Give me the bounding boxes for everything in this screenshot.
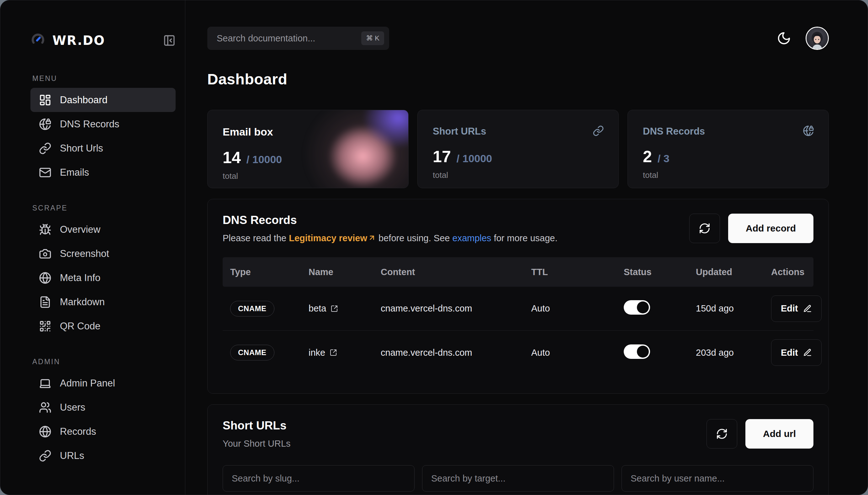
dns-table-body: CNAMEbetacname.vercel-dns.comAuto150d ag…: [223, 287, 813, 375]
sidebar-item-screenshot[interactable]: Screenshot: [31, 241, 176, 266]
record-ttl: Auto: [524, 347, 616, 358]
url-search-row: [223, 465, 813, 492]
sidebar-collapse-button[interactable]: [163, 34, 176, 47]
arrow-up-right-icon: [368, 234, 376, 242]
record-updated: 150d ago: [688, 303, 764, 314]
sidebar-item-overview[interactable]: Overview: [31, 217, 176, 241]
main-content: ⌘ K: [185, 0, 868, 495]
short-urls-title: Short URLs: [223, 419, 291, 432]
sidebar-item-qr-code[interactable]: QR Code: [31, 314, 176, 338]
sidebar-item-label: Short Urls: [60, 143, 103, 154]
sidebar-item-label: Screenshot: [60, 248, 109, 259]
stat-card-caption: total: [643, 170, 813, 180]
sidebar-item-label: Admin Panel: [60, 378, 115, 389]
stat-card-value: 17: [433, 147, 451, 166]
external-link-icon: [330, 349, 337, 356]
sidebar-item-urls[interactable]: URLs: [31, 444, 176, 468]
stat-card-icon: [803, 125, 814, 138]
urls-refresh-button[interactable]: [707, 419, 737, 448]
sidebar-item-emails[interactable]: Emails: [31, 160, 176, 185]
stat-card-dns-records: DNS Records2/ 3total: [627, 110, 829, 188]
stat-card-caption: total: [223, 171, 393, 181]
stat-card-title: DNS Records: [643, 126, 813, 137]
qr-code-icon: [39, 320, 51, 332]
sidebar-item-admin-panel[interactable]: Admin Panel: [31, 371, 176, 395]
short-urls-actions: Add url: [707, 419, 813, 448]
gauge-logo-icon: [31, 32, 46, 49]
record-external-link[interactable]: [330, 349, 337, 356]
link-icon: [593, 125, 604, 136]
sidebar-item-label: Markdown: [60, 296, 105, 308]
desc-text: Please read the: [223, 233, 289, 243]
record-status-toggle[interactable]: [624, 300, 650, 314]
bug-icon: [39, 223, 51, 236]
short-urls-subtitle: Your Short URLs: [223, 439, 291, 449]
dns-panel-title: DNS Records: [223, 214, 558, 227]
sidebar-item-label: QR Code: [60, 321, 100, 332]
add-record-button[interactable]: Add record: [728, 214, 813, 243]
sidebar-item-dashboard[interactable]: Dashboard: [31, 88, 176, 112]
column-header-name: Name: [301, 267, 373, 277]
url-search-input-2[interactable]: [622, 465, 813, 492]
stat-card-short-urls: Short URLs17/ 10000total: [417, 110, 619, 188]
pen-line-icon: [803, 304, 812, 313]
examples-link[interactable]: examples: [452, 233, 491, 243]
globe-lock-icon: [803, 125, 814, 136]
column-header-actions: Actions: [764, 267, 829, 277]
sidebar-item-label: Users: [60, 402, 85, 413]
dns-table-header: TypeNameContentTTLStatusUpdatedActions: [223, 257, 813, 287]
search-box[interactable]: ⌘ K: [207, 27, 389, 50]
record-name: beta: [309, 303, 326, 314]
sidebar-item-meta-info[interactable]: Meta Info: [31, 266, 176, 290]
column-header-content: Content: [373, 267, 524, 277]
dns-panel-header: DNS Records Please read the Legitimacy r…: [223, 214, 813, 243]
refresh-icon: [699, 222, 711, 234]
stat-card-value: 2: [643, 147, 652, 166]
dns-refresh-button[interactable]: [689, 214, 720, 243]
url-search-input-0[interactable]: [223, 465, 415, 492]
logo-row: WR.DO: [31, 26, 176, 55]
stat-card-title: Short URLs: [433, 126, 603, 137]
panel-left-close-icon: [163, 34, 176, 47]
pen-line-icon: [803, 348, 812, 357]
record-type-badge: CNAME: [230, 345, 274, 360]
globe-lock-icon: [39, 118, 51, 131]
record-name: inke: [309, 347, 325, 358]
record-edit-button[interactable]: Edit: [771, 339, 821, 366]
dns-records-table: TypeNameContentTTLStatusUpdatedActions C…: [223, 257, 813, 375]
dns-records-panel: DNS Records Please read the Legitimacy r…: [207, 199, 829, 394]
dns-panel-actions: Add record: [689, 214, 813, 243]
link-icon: [39, 142, 51, 155]
sidebar-item-markdown[interactable]: Markdown: [31, 290, 176, 314]
sidebar-item-short-urls[interactable]: Short Urls: [31, 136, 176, 160]
record-external-link[interactable]: [331, 305, 338, 312]
users-icon: [39, 401, 51, 414]
sidebar-item-dns-records[interactable]: DNS Records: [31, 112, 176, 136]
dns-record-row: CNAMEinkecname.vercel-dns.comAuto203d ag…: [223, 331, 813, 375]
column-header-type: Type: [223, 267, 301, 277]
short-urls-panel: Short URLs Your Short URLs Add url: [207, 404, 829, 495]
record-edit-button[interactable]: Edit: [771, 295, 821, 322]
record-status-toggle[interactable]: [624, 344, 650, 359]
search-input[interactable]: [217, 33, 361, 44]
legitimacy-review-link[interactable]: Legitimacy review: [289, 233, 376, 243]
stat-card-value: 14: [223, 148, 241, 167]
camera-icon: [39, 248, 51, 260]
stat-card-email-box: Email box14/ 10000total: [207, 110, 409, 188]
link-icon: [39, 449, 51, 462]
add-url-button[interactable]: Add url: [745, 419, 813, 448]
column-header-status: Status: [616, 267, 688, 277]
column-header-ttl: TTL: [524, 267, 616, 277]
url-search-input-1[interactable]: [422, 465, 614, 492]
sidebar-item-records[interactable]: Records: [31, 420, 176, 444]
user-avatar[interactable]: [805, 27, 829, 50]
app-window: WR.DO MENUDashboardDNS RecordsShort Urls…: [0, 0, 868, 495]
sidebar-item-label: Meta Info: [60, 272, 100, 284]
globe-icon: [39, 272, 51, 284]
theme-toggle-button[interactable]: [777, 31, 791, 46]
sidebar-nav: MENUDashboardDNS RecordsShort UrlsEmails…: [31, 74, 176, 468]
dns-panel-description: Please read the Legitimacy review before…: [223, 233, 558, 243]
sidebar-item-label: DNS Records: [60, 119, 120, 130]
sidebar-item-users[interactable]: Users: [31, 395, 176, 420]
sidebar-item-label: Emails: [60, 167, 89, 178]
